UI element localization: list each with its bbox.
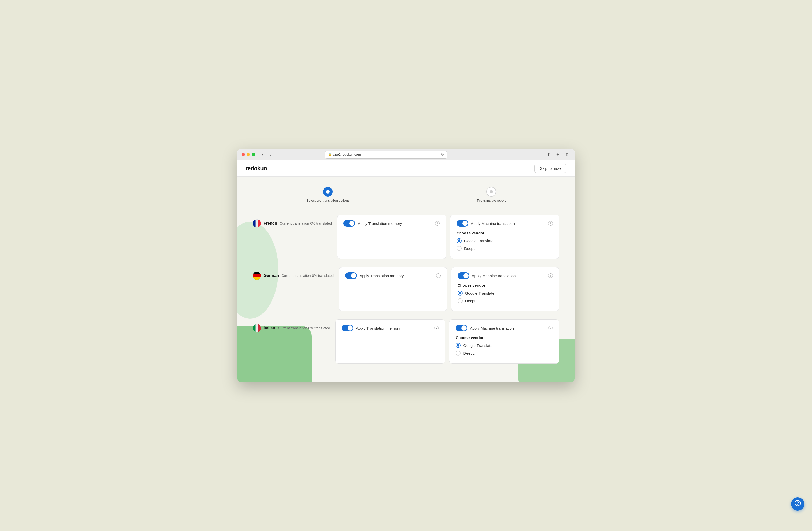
machine-translation-card-italian: Apply Machine translation i Choose vendo… — [449, 319, 559, 364]
info-icon-mt-french[interactable]: i — [548, 221, 553, 226]
info-icon-mt-german[interactable]: i — [548, 274, 553, 278]
svg-rect-13 — [253, 277, 261, 280]
vendor-label-google-german: Google Translate — [465, 291, 494, 295]
vendor-section-german: Choose vendor: Google Translate DeepL — [458, 283, 553, 303]
lang-status-italian: Current translation 0% translated — [278, 326, 330, 330]
card-header-mt-german: Apply Machine translation i — [458, 272, 553, 279]
toggle-machine-translation-italian[interactable] — [455, 325, 467, 331]
close-button[interactable] — [242, 153, 245, 156]
vendor-option-google-german[interactable]: Google Translate — [458, 291, 553, 296]
language-info-french: French Current translation 0% translated — [253, 215, 332, 227]
main-content: Select pre-translation options Pre-trans… — [237, 177, 575, 382]
vendor-option-deepl-german[interactable]: DeepL — [458, 298, 553, 303]
vendor-option-deepl-french[interactable]: DeepL — [456, 246, 553, 251]
vendor-title-german: Choose vendor: — [458, 283, 553, 287]
lock-icon: 🔒 — [328, 153, 332, 156]
radio-google-german[interactable] — [458, 291, 463, 296]
language-info-german: German Current translation 0% translated — [253, 267, 334, 280]
svg-rect-17 — [258, 324, 261, 332]
svg-rect-11 — [253, 271, 261, 275]
vendor-section-french: Choose vendor: Google Translate DeepL — [456, 231, 553, 251]
progress-stepper: Select pre-translation options Pre-trans… — [253, 187, 559, 203]
option-cards-french: Apply Translation memory i Apply Machine… — [337, 215, 559, 259]
vendor-option-google-french[interactable]: Google Translate — [456, 238, 553, 243]
card-label-mt-german: Apply Machine translation — [472, 274, 546, 278]
lang-name-italian: Italian — [263, 326, 275, 330]
radio-deepl-italian[interactable] — [455, 351, 461, 356]
option-cards-italian: Apply Translation memory i Apply Machine… — [335, 319, 559, 364]
back-button[interactable]: ‹ — [259, 151, 266, 158]
page-content: redokun Skip for now Select pre-translat… — [237, 160, 575, 382]
svg-rect-12 — [253, 275, 261, 277]
step-1-circle — [323, 187, 333, 196]
traffic-lights — [242, 153, 255, 156]
language-info-italian: Italian Current translation 0% translate… — [253, 319, 330, 332]
info-icon-tm-german[interactable]: i — [436, 274, 441, 278]
info-icon-tm-italian[interactable]: i — [434, 326, 439, 330]
forward-button[interactable]: › — [267, 151, 275, 158]
browser-navigation: ‹ › — [259, 151, 275, 158]
vendor-title-italian: Choose vendor: — [455, 336, 553, 340]
toggle-translation-memory-german[interactable] — [345, 272, 357, 279]
card-label-tm-german: Apply Translation memory — [360, 274, 433, 278]
language-rows-container: French Current translation 0% translated… — [253, 215, 559, 364]
vendor-option-google-italian[interactable]: Google Translate — [455, 343, 553, 348]
step-2-circle — [487, 187, 496, 196]
vendor-label-google-italian: Google Translate — [463, 343, 492, 348]
machine-translation-card-german: Apply Machine translation i Choose vendo… — [451, 267, 559, 311]
card-label-mt-italian: Apply Machine translation — [470, 326, 546, 330]
vendor-label-google-french: Google Translate — [464, 239, 493, 243]
lang-status-french: Current translation 0% translated — [280, 221, 332, 225]
card-header-mt-french: Apply Machine translation i — [456, 220, 553, 227]
step-2: Pre-translate report — [477, 187, 506, 203]
card-header-tm-german: Apply Translation memory i — [345, 272, 440, 279]
svg-rect-16 — [256, 324, 258, 332]
vendor-label-deepl-french: DeepL — [464, 246, 476, 251]
svg-rect-7 — [256, 219, 258, 227]
vendor-label-deepl-german: DeepL — [465, 299, 477, 303]
radio-google-french[interactable] — [456, 238, 462, 243]
vendor-section-italian: Choose vendor: Google Translate DeepL — [455, 336, 553, 356]
reload-icon[interactable]: ↻ — [441, 153, 444, 157]
card-header-tm-french: Apply Translation memory i — [344, 220, 440, 227]
info-icon-tm-french[interactable]: i — [435, 221, 440, 226]
radio-google-italian[interactable] — [455, 343, 461, 348]
translation-memory-card-french: Apply Translation memory i — [337, 215, 446, 259]
step-2-label: Pre-translate report — [477, 198, 506, 203]
radio-deepl-french[interactable] — [456, 246, 462, 251]
flag-italian — [253, 324, 261, 332]
toggle-translation-memory-french[interactable] — [344, 220, 355, 227]
translation-memory-card-german: Apply Translation memory i — [339, 267, 447, 311]
lang-name-french: French — [263, 221, 277, 226]
maximize-button[interactable] — [252, 153, 255, 156]
card-label-tm-italian: Apply Translation memory — [356, 326, 432, 330]
language-row-german: German Current translation 0% translated… — [253, 267, 559, 311]
radio-deepl-german[interactable] — [458, 298, 463, 303]
vendor-title-french: Choose vendor: — [456, 231, 553, 235]
flag-german — [253, 271, 261, 280]
minimize-button[interactable] — [247, 153, 250, 156]
vendor-label-deepl-italian: DeepL — [463, 351, 475, 355]
new-tab-button[interactable]: ＋ — [554, 151, 561, 158]
toggle-machine-translation-french[interactable] — [456, 220, 468, 227]
browser-window: ‹ › 🔒 app2.redokun.com ↻ ⬆ ＋ ⧉ redokun S… — [237, 149, 575, 382]
share-button[interactable]: ⬆ — [545, 151, 552, 158]
toggle-machine-translation-german[interactable] — [458, 272, 469, 279]
lang-name-german: German — [263, 274, 279, 278]
address-bar[interactable]: 🔒 app2.redokun.com ↻ — [325, 151, 447, 159]
machine-translation-card-french: Apply Machine translation i Choose vendo… — [450, 215, 559, 259]
card-label-mt-french: Apply Machine translation — [471, 221, 546, 226]
tabs-button[interactable]: ⧉ — [563, 151, 570, 158]
lang-status-german: Current translation 0% translated — [281, 274, 334, 278]
info-icon-mt-italian[interactable]: i — [548, 326, 553, 330]
vendor-option-deepl-italian[interactable]: DeepL — [455, 351, 553, 356]
translation-memory-card-italian: Apply Translation memory i — [335, 319, 445, 364]
toggle-translation-memory-italian[interactable] — [342, 325, 353, 331]
language-row-italian: Italian Current translation 0% translate… — [253, 319, 559, 364]
skip-button[interactable]: Skip for now — [534, 164, 566, 173]
logo: redokun — [246, 165, 267, 172]
step-1-label: Select pre-translation options — [306, 198, 349, 203]
svg-rect-6 — [253, 219, 256, 227]
step-1: Select pre-translation options — [306, 187, 349, 203]
card-header-mt-italian: Apply Machine translation i — [455, 325, 553, 331]
